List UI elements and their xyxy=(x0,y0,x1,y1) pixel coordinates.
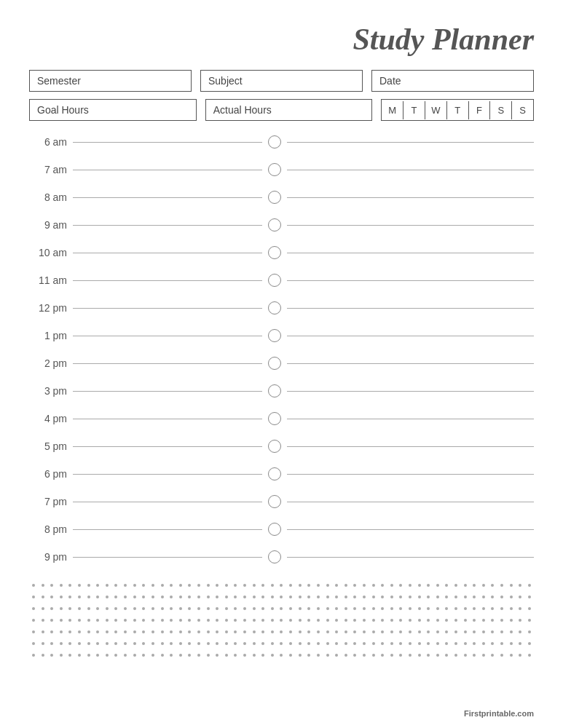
time-circle[interactable] xyxy=(268,495,281,508)
time-row: 6 am xyxy=(29,128,534,156)
dot xyxy=(243,596,246,598)
time-circle[interactable] xyxy=(268,329,281,342)
time-circle[interactable] xyxy=(268,523,281,536)
time-label: 8 pm xyxy=(29,523,73,535)
time-row: 9 pm xyxy=(29,543,534,571)
dot xyxy=(289,654,292,657)
dot xyxy=(335,607,338,610)
dot xyxy=(170,607,173,610)
dot xyxy=(32,619,35,622)
time-circle[interactable] xyxy=(268,384,281,397)
dot xyxy=(353,596,356,598)
dot xyxy=(32,654,35,657)
dot xyxy=(299,642,302,645)
header-row-2: Goal Hours Actual Hours MTWTFSS xyxy=(29,99,534,121)
dot xyxy=(114,654,117,657)
dot xyxy=(253,584,256,587)
time-label: 3 pm xyxy=(29,385,73,397)
time-label: 11 am xyxy=(29,274,73,286)
day-cell-T3: T xyxy=(446,101,468,119)
time-circle[interactable] xyxy=(268,467,281,480)
dot xyxy=(96,630,99,633)
dot xyxy=(418,607,421,610)
dot xyxy=(161,654,164,657)
dot xyxy=(299,607,302,610)
time-row: 11 am xyxy=(29,266,534,294)
dot xyxy=(179,619,182,622)
dot xyxy=(234,596,237,598)
dot xyxy=(436,584,439,587)
dot xyxy=(133,630,136,633)
dot xyxy=(363,654,366,657)
actual-hours-field[interactable]: Actual Hours xyxy=(205,99,373,121)
semester-field[interactable]: Semester xyxy=(29,70,192,92)
dot xyxy=(96,654,99,657)
time-circle[interactable] xyxy=(268,412,281,425)
dots-row xyxy=(29,630,534,633)
dot xyxy=(307,654,310,657)
time-circle[interactable] xyxy=(268,135,281,149)
dot xyxy=(60,630,63,633)
time-left-line xyxy=(73,336,262,336)
dot xyxy=(133,607,136,610)
goal-hours-field[interactable]: Goal Hours xyxy=(29,99,197,121)
dot xyxy=(528,596,531,598)
dot xyxy=(353,630,356,633)
dot xyxy=(353,584,356,587)
dot xyxy=(307,619,310,622)
time-left-line xyxy=(73,446,262,447)
dot xyxy=(326,630,329,633)
dot xyxy=(528,642,531,645)
dot xyxy=(188,584,191,587)
dot xyxy=(436,619,439,622)
time-right-line xyxy=(287,308,534,309)
dot xyxy=(418,654,421,657)
dot xyxy=(445,607,448,610)
subject-field[interactable]: Subject xyxy=(200,70,363,92)
dot xyxy=(60,654,63,657)
time-circle[interactable] xyxy=(268,301,281,314)
time-circle[interactable] xyxy=(268,218,281,232)
time-circle[interactable] xyxy=(268,246,281,259)
dot xyxy=(78,607,81,610)
dot xyxy=(289,596,292,598)
dot xyxy=(114,584,117,587)
dot xyxy=(317,596,320,598)
dot xyxy=(436,630,439,633)
dot xyxy=(78,596,81,598)
time-left-line xyxy=(73,197,262,198)
time-circle[interactable] xyxy=(268,274,281,287)
time-circle[interactable] xyxy=(268,357,281,370)
time-circle[interactable] xyxy=(268,440,281,453)
dot xyxy=(418,642,421,645)
dot xyxy=(464,584,467,587)
dot xyxy=(207,654,210,657)
dot xyxy=(114,619,117,622)
time-circle[interactable] xyxy=(268,191,281,204)
dot xyxy=(197,654,200,657)
dot xyxy=(335,630,338,633)
dot xyxy=(399,654,402,657)
dot xyxy=(114,642,117,645)
time-circle[interactable] xyxy=(268,163,281,176)
time-left-line xyxy=(73,557,262,558)
time-circle[interactable] xyxy=(268,550,281,563)
dot xyxy=(491,596,494,598)
dot xyxy=(409,607,412,610)
day-cell-W2: W xyxy=(425,101,446,119)
dot xyxy=(510,584,513,587)
time-label: 7 pm xyxy=(29,496,73,507)
dot xyxy=(381,596,384,598)
date-field[interactable]: Date xyxy=(371,70,534,92)
dot xyxy=(280,642,283,645)
dot xyxy=(307,584,310,587)
dot xyxy=(42,584,44,587)
dot xyxy=(60,619,63,622)
dot xyxy=(188,607,191,610)
dot xyxy=(253,607,256,610)
time-label: 7 am xyxy=(29,164,73,175)
dot xyxy=(363,630,366,633)
dot xyxy=(345,584,347,587)
dot xyxy=(151,654,154,657)
dot xyxy=(142,607,145,610)
